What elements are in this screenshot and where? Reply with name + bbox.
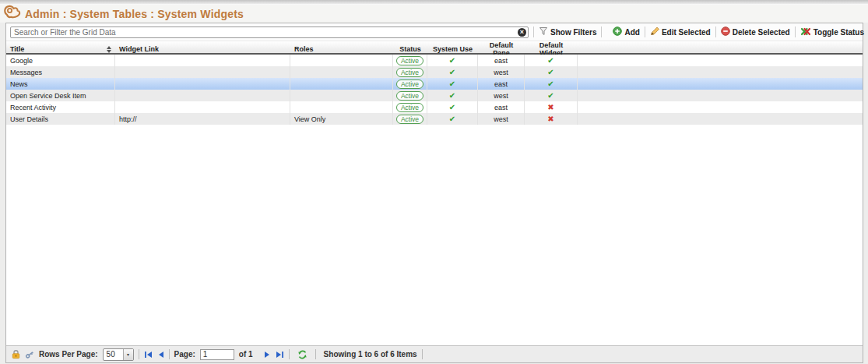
column-header-label: System Use — [433, 45, 473, 53]
grid-empty-area — [6, 125, 863, 345]
cell-roles: View Only — [290, 113, 393, 125]
column-header-label: Roles — [294, 45, 314, 53]
cell-row-filler — [578, 101, 863, 113]
cell-title: Google — [6, 55, 115, 66]
app-window: Admin : System Tables : System Widgets ×… — [0, 0, 868, 364]
cell-row-filler — [578, 55, 863, 66]
cell-system-use: ✔ — [427, 101, 478, 113]
table-row[interactable]: Recent Activity Active ✔ east ✖ — [6, 101, 863, 113]
table-row[interactable]: User Details http:// View Only Active ✔ … — [6, 113, 863, 125]
add-label: Add — [624, 28, 639, 37]
cell-title: Messages — [6, 66, 115, 78]
cell-roles — [290, 55, 393, 66]
cell-default-widget: ✖ — [525, 101, 578, 113]
sort-icon — [107, 46, 111, 53]
toolbar-separator — [601, 27, 602, 37]
cell-widget-link — [115, 66, 290, 78]
add-button[interactable]: Add — [613, 27, 639, 37]
lock-icon[interactable] — [12, 349, 20, 359]
table-row[interactable]: Google Active ✔ east ✔ — [6, 55, 863, 66]
default-widget-icon: ✔ — [547, 57, 553, 65]
cell-default-widget: ✖ — [525, 113, 578, 125]
toggle-status-button[interactable]: Toggle Status — [800, 27, 864, 37]
system-use-icon: ✔ — [449, 104, 455, 111]
showing-items-label: Showing 1 to 6 of 6 Items — [324, 350, 417, 359]
cell-status: Active — [393, 78, 427, 90]
cell-row-filler — [578, 90, 863, 101]
default-widget-icon: ✔ — [547, 69, 553, 76]
table-row[interactable]: News Active ✔ east ✔ — [6, 78, 863, 90]
search-clear-icon[interactable]: × — [518, 28, 526, 37]
status-badge: Active — [396, 91, 423, 101]
cell-roles — [290, 78, 393, 90]
column-header-label: Status — [399, 45, 421, 53]
table-body: Google Active ✔ east ✔ Messages Active ✔… — [6, 55, 863, 125]
cell-status: Active — [393, 90, 427, 101]
cell-roles — [290, 101, 393, 113]
page-number-input[interactable] — [200, 349, 234, 360]
cell-widget-link: http:// — [115, 113, 290, 125]
search-input[interactable] — [10, 27, 529, 38]
cell-system-use: ✔ — [427, 78, 478, 90]
cell-default-pane: west — [478, 90, 525, 101]
system-use-icon: ✔ — [449, 57, 455, 65]
default-widget-icon: ✖ — [547, 104, 553, 111]
status-badge: Active — [396, 56, 423, 65]
cell-status: Active — [393, 101, 427, 113]
cell-widget-link — [115, 90, 290, 101]
search-wrapper: × — [10, 27, 529, 38]
cell-status: Active — [393, 55, 427, 66]
rows-per-page-value: 50 — [107, 350, 115, 359]
refresh-icon[interactable] — [297, 350, 307, 359]
delete-selected-label: Delete Selected — [733, 28, 790, 37]
default-widget-icon: ✔ — [547, 80, 553, 88]
toolbar-separator — [715, 27, 716, 37]
key-icon[interactable] — [25, 350, 34, 359]
cell-title: News — [6, 78, 115, 90]
pagination-separator — [289, 349, 290, 359]
table-header-row: Title Widget Link Roles Status System Us… — [6, 41, 863, 55]
cell-default-widget: ✔ — [525, 90, 578, 101]
pagination-separator — [169, 349, 170, 359]
system-use-icon: ✔ — [449, 69, 455, 76]
cell-roles — [290, 90, 393, 101]
pagination-separator — [139, 349, 139, 359]
last-page-button[interactable] — [276, 351, 284, 359]
status-badge: Active — [396, 68, 423, 77]
cell-widget-link — [115, 55, 290, 66]
show-filters-label: Show Filters — [550, 28, 596, 37]
show-filters-button[interactable]: Show Filters — [539, 27, 596, 37]
cell-default-pane: east — [478, 101, 525, 113]
system-use-icon: ✔ — [449, 92, 455, 100]
delete-selected-button[interactable]: Delete Selected — [721, 27, 790, 37]
cell-roles — [290, 66, 393, 78]
cell-default-pane: east — [478, 78, 525, 90]
cell-default-widget: ✔ — [525, 55, 578, 66]
previous-page-button[interactable] — [157, 351, 164, 359]
pagination-separator — [315, 349, 316, 359]
cell-system-use: ✔ — [427, 113, 478, 125]
grid-toolbar: × Show Filters Add Edit — [6, 23, 863, 41]
system-use-icon: ✔ — [449, 115, 455, 123]
table-row[interactable]: Messages Active ✔ west ✔ — [6, 66, 863, 78]
next-page-button[interactable] — [264, 351, 271, 359]
pagination-separator — [422, 349, 423, 359]
app-header: Admin : System Tables : System Widgets — [0, 5, 868, 23]
grid-panel: × Show Filters Add Edit — [5, 23, 863, 363]
delete-minus-icon — [721, 27, 730, 37]
first-page-button[interactable] — [144, 351, 153, 359]
cell-title: Recent Activity — [6, 101, 115, 113]
column-header-label: Title — [10, 45, 24, 53]
cell-system-use: ✔ — [427, 55, 478, 66]
table-row[interactable]: Open Service Desk Item Active ✔ west ✔ — [6, 90, 863, 101]
rows-per-page-select[interactable]: 50 ▾ — [103, 348, 134, 361]
cell-title: Open Service Desk Item — [6, 90, 115, 101]
status-badge: Active — [396, 115, 423, 124]
cell-default-pane: east — [478, 55, 525, 66]
select-dropdown-icon: ▾ — [123, 349, 133, 360]
toggle-status-label: Toggle Status — [814, 28, 864, 37]
cell-row-filler — [578, 78, 863, 90]
rows-per-page-label: Rows Per Page: — [39, 350, 98, 359]
edit-selected-button[interactable]: Edit Selected — [650, 27, 711, 37]
page-label: Page: — [174, 350, 195, 359]
